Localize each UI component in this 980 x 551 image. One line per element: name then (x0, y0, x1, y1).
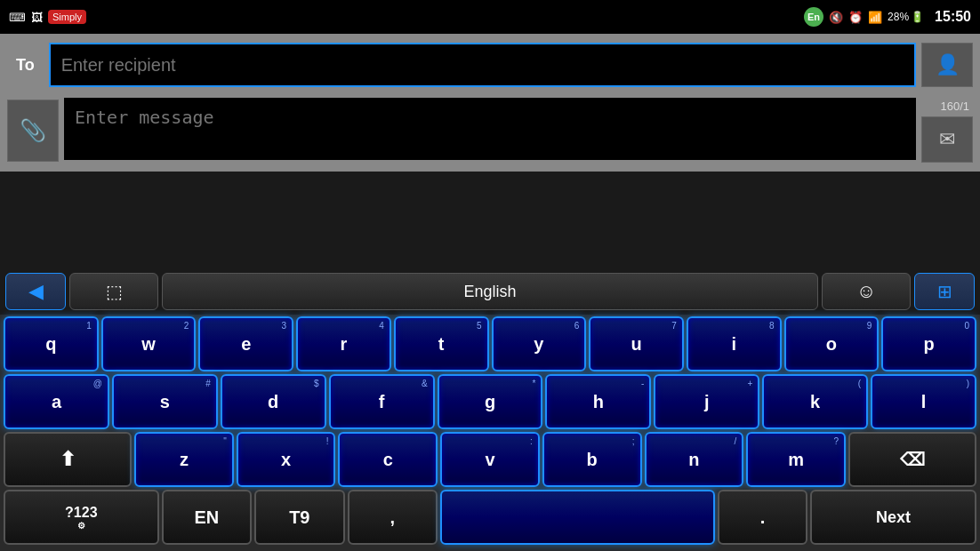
message-row: 📎 160/1 ✉ (7, 94, 973, 166)
send-icon: ✉ (939, 128, 955, 151)
message-input[interactable] (64, 98, 916, 160)
backspace-key[interactable]: ⌫ (848, 432, 976, 487)
key-g[interactable]: *g (438, 374, 543, 429)
key-row-4: ?123 ⚙ EN T9 , . Next (4, 490, 976, 545)
key-row-3: ⬆ "z !x c :v ;b /n ?m ⌫ (4, 432, 976, 487)
grid-icon: ⊞ (937, 281, 952, 302)
key-z[interactable]: "z (134, 432, 234, 487)
key-m[interactable]: ?m (746, 432, 846, 487)
space-key[interactable] (440, 490, 715, 545)
key-t[interactable]: 5t (394, 316, 489, 371)
key-x[interactable]: !x (237, 432, 336, 487)
backspace-icon: ⌫ (900, 449, 925, 470)
period-label: . (760, 507, 766, 528)
key-f[interactable]: &f (329, 374, 435, 429)
contact-button[interactable]: 👤 (921, 43, 973, 87)
en-key[interactable]: EN (162, 490, 252, 545)
key-d[interactable]: $d (221, 374, 326, 429)
keyboard-icon: ⌨ (9, 11, 26, 24)
en-label: EN (194, 507, 219, 528)
signal-icon: 📶 (868, 11, 882, 24)
key-i[interactable]: 8i (687, 316, 782, 371)
attach-button[interactable]: 📎 (7, 100, 59, 162)
messaging-area: To 👤 📎 160/1 ✉ (0, 34, 980, 172)
keyboard-toolbar: ◀ ⬚ English ☺ ⊞ (0, 268, 980, 315)
key-a[interactable]: @a (4, 374, 109, 429)
language-label: English (463, 283, 516, 301)
key-row-1: 1q 2w 3e 4r 5t 6y 7u 8i 9o 0p (4, 316, 976, 371)
keyboard: ◀ ⬚ English ☺ ⊞ 1q 2w 3e 4r 5t 6y 7u 8i … (0, 268, 980, 551)
key-w[interactable]: 2w (101, 316, 197, 371)
comma-label: , (390, 507, 396, 528)
key-h[interactable]: -h (545, 374, 651, 429)
recipient-input[interactable] (49, 43, 916, 87)
t9-label: T9 (289, 507, 309, 528)
char-count: 160/1 (936, 98, 973, 115)
key-u[interactable]: 7u (589, 316, 684, 371)
grid-button[interactable]: ⊞ (914, 273, 975, 310)
period-key[interactable]: . (718, 490, 807, 545)
back-button[interactable]: ◀ (5, 273, 66, 310)
key-s[interactable]: #s (112, 374, 218, 429)
settings-icon: ⚙ (77, 521, 85, 531)
to-label: To (7, 56, 44, 75)
key-b[interactable]: ;b (542, 432, 642, 487)
next-label: Next (876, 508, 911, 527)
image-icon: 🖼 (31, 11, 43, 24)
clipboard-button[interactable]: ⬚ (69, 273, 158, 310)
key-row-2: @a #s $d &f *g -h +j (k )l (4, 374, 976, 429)
symbols-label: ?123 (65, 505, 97, 521)
mute-icon: 🔇 (829, 11, 843, 24)
key-j[interactable]: +j (654, 374, 759, 429)
shift-icon: ⬆ (60, 448, 76, 471)
battery-indicator: 28% 🔋 (888, 11, 924, 23)
alarm-icon: ⏰ (848, 11, 863, 24)
language-button[interactable]: English (162, 273, 818, 310)
to-row: To 👤 (7, 39, 973, 91)
contact-icon: 👤 (936, 53, 960, 76)
key-n[interactable]: /n (645, 432, 744, 487)
emoji-icon: ☺ (856, 280, 876, 303)
key-r[interactable]: 4r (296, 316, 391, 371)
key-c[interactable]: c (338, 432, 438, 487)
comma-key[interactable]: , (348, 490, 438, 545)
symbols-key[interactable]: ?123 ⚙ (4, 490, 159, 545)
key-l[interactable]: )l (871, 374, 976, 429)
send-button[interactable]: ✉ (921, 116, 973, 163)
clipboard-icon: ⬚ (106, 281, 123, 302)
t9-key[interactable]: T9 (254, 490, 344, 545)
key-q[interactable]: 1q (4, 316, 99, 371)
back-icon: ◀ (28, 280, 44, 303)
emoji-button[interactable]: ☺ (822, 273, 911, 310)
clock: 15:50 (935, 9, 971, 25)
app-icon: Simply (48, 10, 86, 24)
key-e[interactable]: 3e (198, 316, 293, 371)
next-key[interactable]: Next (810, 490, 976, 545)
language-indicator: En (804, 7, 823, 27)
key-v[interactable]: :v (440, 432, 540, 487)
keyboard-keys: 1q 2w 3e 4r 5t 6y 7u 8i 9o 0p @a #s $d &… (0, 315, 980, 551)
shift-key[interactable]: ⬆ (4, 432, 132, 487)
key-o[interactable]: 9o (784, 316, 880, 371)
key-y[interactable]: 6y (492, 316, 587, 371)
status-bar: ⌨ 🖼 Simply En 🔇 ⏰ 📶 28% 🔋 15:50 (0, 0, 980, 34)
key-k[interactable]: (k (762, 374, 868, 429)
key-p[interactable]: 0p (881, 316, 976, 371)
paperclip-icon: 📎 (20, 118, 46, 143)
